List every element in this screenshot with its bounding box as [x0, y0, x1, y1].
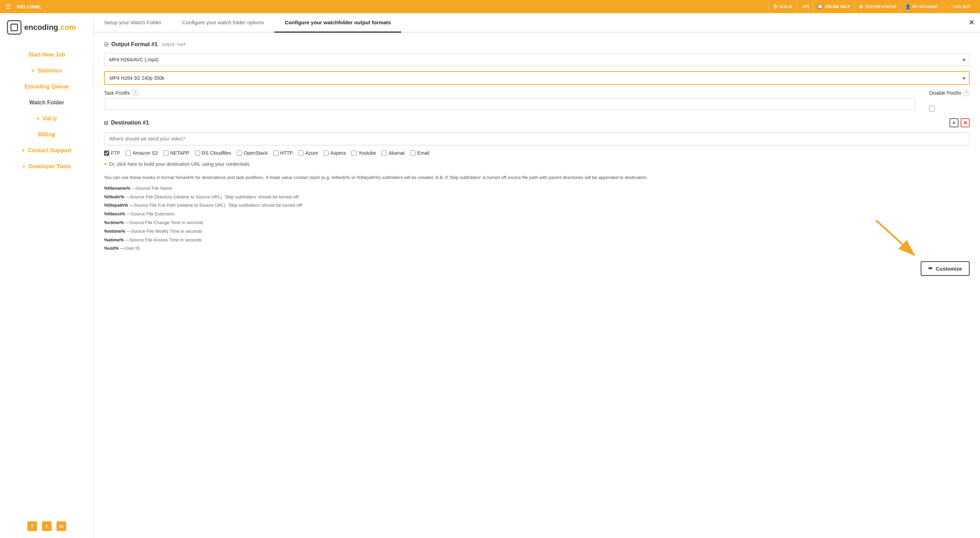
checkbox-rs-cloudfiles[interactable]: RS Cloudfiles: [195, 150, 231, 156]
nav-item-my-account[interactable]: 👤MY ACCOUNT: [900, 0, 942, 13]
logo-container: encoding.com: [0, 13, 93, 43]
nav-item-online-help[interactable]: 💬ONLINE HELP: [813, 0, 854, 13]
output-format-title: Output Format #1: [111, 41, 158, 48]
checkbox-aspera[interactable]: Aspera: [323, 150, 346, 156]
profile-select[interactable]: MP4 H264 3G 240p 350k: [104, 71, 970, 85]
task-postfix-input[interactable]: [104, 98, 915, 110]
mask-row: %mtime% —Source File Modify Time in seco…: [104, 228, 970, 235]
main-panel: Setup your Watch Folder Configure your w…: [94, 13, 980, 538]
sidebar-item-vidly[interactable]: + Vid.ly: [0, 111, 93, 127]
destination-actions: + ✕: [950, 118, 970, 127]
task-postfix-label: Task Postfix ?: [104, 90, 915, 96]
disable-postfix-checkbox[interactable]: [929, 106, 935, 111]
disable-postfix-checkbox-row: [929, 106, 970, 111]
chevron-down-icon-3: ▾: [104, 161, 107, 167]
disable-postfix-col: Disable Postfix ?: [929, 90, 970, 111]
nav-icon-system-status: ⚙: [859, 4, 863, 10]
customize-label: Customize: [935, 266, 962, 272]
nav-icon-online-help: 💬: [817, 4, 823, 10]
close-icon[interactable]: ✕: [969, 18, 974, 27]
disable-postfix-label: Disable Postfix ?: [929, 90, 970, 96]
mask-row: %ctime% —Source File Change Time in seco…: [104, 219, 970, 226]
sidebar-item-billing[interactable]: Billing: [0, 127, 93, 143]
tabs-bar: Setup your Watch Folder Configure your w…: [94, 13, 980, 33]
output-format-subtitle: output: mp4: [162, 41, 186, 47]
checkbox-openstack[interactable]: OpenStack: [237, 150, 268, 156]
hamburger-icon[interactable]: ☰: [6, 3, 11, 10]
destination-title: Destination #1: [111, 120, 149, 126]
masks-info-text: You can use these masks in format %mask%…: [104, 174, 970, 181]
mask-row: %filename% —Source File Name: [104, 185, 970, 192]
disable-postfix-help-icon[interactable]: ?: [963, 90, 970, 96]
top-nav: ⏱OLD UIAPI💬ONLINE HELP⚙SYSTEM STATUS👤MY …: [768, 0, 974, 13]
mask-row: %filedir% —Source File Directory (relati…: [104, 194, 970, 201]
masks-list: %filename% —Source File Name%filedir% —S…: [104, 185, 970, 252]
destination-url-input[interactable]: [104, 132, 970, 145]
format-select-row: MP4 H264/AVC (.mp4) ▾: [104, 53, 970, 66]
format-select-wrapper: MP4 H264/AVC (.mp4) ▾: [104, 53, 970, 66]
social-icon-twitter[interactable]: t: [42, 521, 52, 531]
tab-configure-output[interactable]: Configure your watchfolder output format…: [274, 13, 401, 33]
profile-select-wrapper: MP4 H264 3G 240p 350k ▾: [104, 71, 970, 85]
main-layout: encoding.com Start New Job+ StatisticsEn…: [0, 13, 980, 538]
output-format-header: ⊟ Output Format #1 output: mp4: [104, 41, 970, 48]
nav-item-old-ui[interactable]: ⏱OLD UI: [768, 0, 796, 13]
checkbox-ftp[interactable]: FTP: [104, 150, 120, 156]
customize-button[interactable]: ✏ Customize: [921, 261, 970, 276]
content-area: Setup your Watch Folder Configure your w…: [94, 13, 980, 538]
add-destination-button[interactable]: +: [950, 118, 958, 127]
destination-header: ⊟ Destination #1 + ✕: [104, 118, 970, 127]
nav-icon-log-out: →: [947, 4, 951, 10]
checkbox-email[interactable]: Email: [410, 150, 429, 156]
task-postfix-col: Task Postfix ?: [104, 90, 915, 110]
checkbox-netapp[interactable]: NETAPP: [163, 150, 189, 156]
mask-row: %atime% —Source File Access Time in seco…: [104, 237, 970, 244]
sidebar-item-developer-tools[interactable]: + Developer Tools: [0, 159, 93, 175]
destination-header-left: ⊟ Destination #1: [104, 120, 149, 126]
top-bar: ☰ WELCOME, ⏱OLD UIAPI💬ONLINE HELP⚙SYSTEM…: [0, 0, 980, 13]
bottom-area: ✏ Customize: [94, 262, 980, 283]
plus-icon-vidly: +: [36, 116, 41, 121]
sidebar-nav: Start New Job+ StatisticsEncoding QueueW…: [0, 43, 93, 514]
plus-icon-contact-support: +: [22, 147, 27, 153]
nav-item-api[interactable]: API: [796, 0, 813, 13]
tab-configure-options[interactable]: Configure your watch folder options: [172, 13, 274, 33]
destination-collapse-icon[interactable]: ⊟: [104, 120, 108, 126]
checkbox-akamai[interactable]: Akamai: [382, 150, 405, 156]
nav-icon-my-account: 👤: [905, 4, 911, 10]
nav-item-log-out[interactable]: →LOG OUT: [942, 0, 974, 13]
nav-item-system-status[interactable]: ⚙SYSTEM STATUS: [854, 0, 900, 13]
destination-checkboxes: FTPAmazon S3NETAPPRS CloudfilesOpenStack…: [104, 150, 970, 156]
checkbox-youtube[interactable]: Youtube: [351, 150, 376, 156]
tab-setup-watch-folder[interactable]: Setup your Watch Folder: [94, 13, 172, 33]
sidebar-item-watch-folder[interactable]: Watch Folder: [0, 95, 93, 111]
collapse-icon[interactable]: ⊟: [104, 41, 108, 48]
logo-icon: [7, 20, 22, 35]
nav-icon-old-ui: ⏱: [773, 4, 778, 10]
plus-icon-statistics: +: [31, 68, 36, 73]
social-icon-facebook[interactable]: f: [27, 521, 37, 531]
logo-icon-inner: [10, 24, 18, 31]
remove-destination-button[interactable]: ✕: [961, 118, 970, 127]
sidebar-item-contact-support[interactable]: + Contact Support: [0, 143, 93, 159]
sidebar-item-start-new-job[interactable]: Start New Job: [0, 47, 93, 63]
form-content: ⊟ Output Format #1 output: mp4 MP4 H264/…: [94, 33, 980, 262]
checkbox-http[interactable]: HTTP: [273, 150, 293, 156]
mask-row: %filepath% —Source File Full Path (relat…: [104, 202, 970, 209]
postfix-row: Task Postfix ? Disable Postfix ?: [104, 90, 970, 111]
profile-select-row: MP4 H264 3G 240p 350k ▾: [104, 71, 970, 85]
sidebar-item-statistics[interactable]: + Statistics: [0, 63, 93, 79]
format-select[interactable]: MP4 H264/AVC (.mp4): [104, 53, 970, 66]
checkbox-amazon-s3[interactable]: Amazon S3: [126, 150, 158, 156]
sidebar: encoding.com Start New Job+ StatisticsEn…: [0, 13, 94, 538]
task-postfix-help-icon[interactable]: ?: [132, 90, 138, 96]
sidebar-item-encoding-queue[interactable]: Encoding Queue: [0, 79, 93, 95]
mask-row: %fileext% —Source File Extension: [104, 210, 970, 218]
credential-link[interactable]: ▾ Or, click here to build your destinati…: [104, 161, 970, 167]
sidebar-social: ftin: [0, 514, 93, 538]
customize-icon: ✏: [928, 265, 933, 272]
checkbox-azure[interactable]: Azure: [298, 150, 318, 156]
plus-icon-developer-tools: +: [22, 163, 27, 169]
social-icon-linkedin[interactable]: in: [57, 521, 66, 531]
logo-wordmark: encoding.com: [24, 23, 76, 32]
